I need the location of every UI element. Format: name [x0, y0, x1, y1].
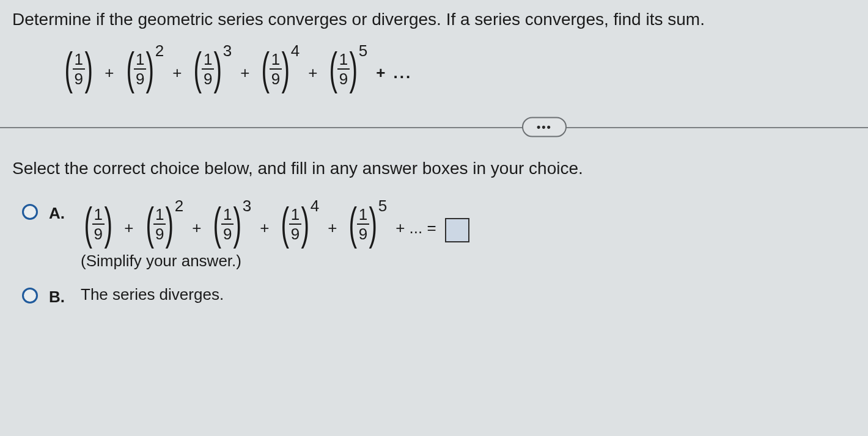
term-2: ( 19 ) 2: [123, 45, 164, 90]
answer-input-box[interactable]: [445, 218, 469, 242]
choice-b-label: B.: [49, 288, 70, 307]
choice-a-formula: ( 19 ) + ( 19 ) 2 + ( 19 ) 3 + ( 19: [81, 200, 469, 245]
plus-sign: +: [308, 64, 317, 82]
term-1: ( 19 ): [61, 45, 96, 90]
series-formula: ( 19 ) + ( 19 ) 2 + ( 19 ) 3 + ( 19 ) 4 …: [61, 45, 856, 90]
choice-a-row: A. ( 19 ) + ( 19 ) 2 + ( 19 ) 3 +: [22, 200, 856, 271]
choice-a-label: A.: [49, 204, 70, 223]
term-5: ( 19 ) 5: [326, 45, 367, 90]
radio-b[interactable]: [22, 288, 38, 303]
radio-a[interactable]: [22, 204, 38, 220]
plus-sign: +: [172, 64, 182, 82]
plus-sign: +: [105, 64, 114, 82]
choice-b-text: The series diverges.: [81, 285, 224, 304]
term-3: ( 19 ) 3: [190, 45, 232, 90]
plus-sign: +: [240, 64, 249, 82]
sub-instruction: Select the correct choice below, and fil…: [12, 159, 856, 178]
ellipsis-pill[interactable]: •••: [522, 117, 567, 137]
term-4: ( 19 ) 4: [258, 45, 300, 90]
choice-b-row: B. The series diverges.: [22, 284, 856, 307]
trailing-dots: + ...: [376, 64, 412, 82]
section-divider: •••: [12, 118, 856, 136]
simplify-note: (Simplify your answer.): [81, 252, 469, 271]
question-text: Determine if the geometric series conver…: [12, 10, 856, 29]
equals-tail: + ... =: [395, 219, 436, 238]
